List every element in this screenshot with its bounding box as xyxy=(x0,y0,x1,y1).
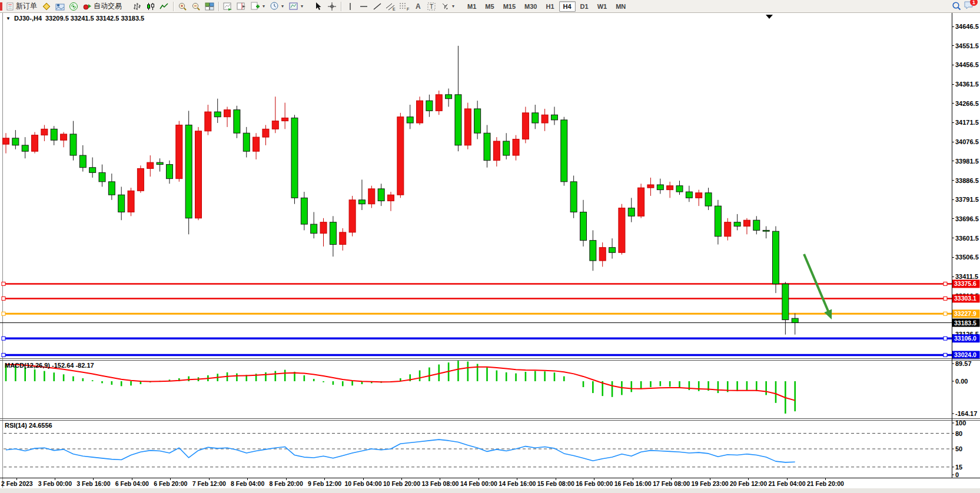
svg-text:33183.5: 33183.5 xyxy=(954,319,976,327)
text-label-tool-icon[interactable]: T xyxy=(425,1,438,12)
rsi-indicator-label: RSI(14) 24.6556 xyxy=(5,422,52,429)
svg-text:33024.0: 33024.0 xyxy=(954,351,976,358)
svg-text:15 Feb 08:00: 15 Feb 08:00 xyxy=(537,480,574,487)
svg-text:34361.5: 34361.5 xyxy=(955,81,979,88)
signals-icon[interactable] xyxy=(67,1,80,12)
line-chart-icon[interactable] xyxy=(158,1,171,12)
arrows-tool-dropdown[interactable]: ▾ xyxy=(438,1,457,12)
clipped-icon xyxy=(0,2,2,11)
toolbar-grip[interactable] xyxy=(126,2,129,11)
toolbar-grip[interactable] xyxy=(307,2,310,11)
svg-text:0: 0 xyxy=(955,471,959,478)
svg-text:33303.1: 33303.1 xyxy=(954,295,976,302)
auto-scroll-icon[interactable] xyxy=(221,1,234,12)
svg-text:A: A xyxy=(416,2,421,11)
svg-text:33886.5: 33886.5 xyxy=(955,177,979,184)
tile-windows-icon[interactable] xyxy=(203,1,216,12)
svg-text:34646.5: 34646.5 xyxy=(955,23,979,30)
svg-text:50: 50 xyxy=(955,445,962,452)
svg-text:-164.17: -164.17 xyxy=(955,410,977,417)
svg-text:8 Feb 20:00: 8 Feb 20:00 xyxy=(270,480,303,487)
text-tool-icon[interactable]: A xyxy=(411,1,424,12)
timeframe-m1[interactable]: M1 xyxy=(463,1,480,12)
svg-text:7 Feb 12:00: 7 Feb 12:00 xyxy=(192,480,226,487)
macd-indicator-label: MACD(12,26,9) -152.64 -82.17 xyxy=(5,362,94,369)
svg-text:0.00: 0.00 xyxy=(955,378,968,385)
candlestick-chart-icon[interactable] xyxy=(144,1,157,12)
svg-text:14 Feb 00:00: 14 Feb 00:00 xyxy=(460,480,497,487)
search-icon[interactable] xyxy=(950,1,963,12)
toolbar-separator xyxy=(218,2,219,11)
auto-trading-label: 自动交易 xyxy=(94,1,122,11)
svg-text:6 Feb 04:00: 6 Feb 04:00 xyxy=(115,480,149,487)
toolbar-grip[interactable] xyxy=(459,2,461,11)
svg-text:34171.5: 34171.5 xyxy=(955,119,979,126)
svg-text:89.57: 89.57 xyxy=(955,360,972,367)
gold-tag-icon[interactable] xyxy=(40,1,53,12)
svg-text:8 Feb 04:00: 8 Feb 04:00 xyxy=(231,480,264,487)
svg-text:3 Feb 16:00: 3 Feb 16:00 xyxy=(77,480,110,487)
crosshair-icon[interactable] xyxy=(325,1,338,12)
svg-text:33696.5: 33696.5 xyxy=(955,215,979,222)
svg-text:T: T xyxy=(430,4,433,10)
timeframe-mn[interactable]: MN xyxy=(612,1,630,12)
toolbar-separator xyxy=(341,2,341,11)
timeframe-h1[interactable]: H1 xyxy=(542,1,558,12)
vertical-line-tool-icon[interactable] xyxy=(344,1,357,12)
cursor-icon[interactable] xyxy=(312,1,325,12)
trendline-tool-icon[interactable] xyxy=(371,1,384,12)
chart-dropdown-caret[interactable]: ▼ xyxy=(6,16,11,21)
auto-trading-button[interactable]: 自动交易 xyxy=(81,1,124,12)
bar-chart-icon[interactable] xyxy=(131,1,144,12)
timeframe-m30[interactable]: M30 xyxy=(520,1,541,12)
new-order-label: 新订单 xyxy=(16,1,37,11)
svg-text:33375.6: 33375.6 xyxy=(954,280,976,287)
zoom-out-icon[interactable] xyxy=(190,1,202,12)
periods-dropdown[interactable]: ▾ xyxy=(268,1,286,12)
svg-text:33981.5: 33981.5 xyxy=(955,158,979,165)
svg-text:34076.5: 34076.5 xyxy=(955,138,979,145)
timeframe-h4[interactable]: H4 xyxy=(559,1,576,12)
strategy-tester-icon[interactable] xyxy=(54,1,67,12)
timeframe-w1[interactable]: W1 xyxy=(593,1,612,12)
chevron-down-icon: ▾ xyxy=(281,4,284,9)
svg-text:33227.9: 33227.9 xyxy=(954,310,976,317)
svg-text:33106.0: 33106.0 xyxy=(954,335,976,342)
svg-text:80: 80 xyxy=(955,430,962,437)
zoom-in-icon[interactable] xyxy=(176,1,189,12)
equidistant-channel-icon[interactable]: E xyxy=(384,1,397,12)
fibonacci-tool-icon[interactable]: F xyxy=(398,1,411,12)
svg-text:33411.5: 33411.5 xyxy=(955,273,978,280)
chevron-down-icon: ▾ xyxy=(263,4,265,9)
chevron-down-icon: ▾ xyxy=(301,4,303,9)
svg-text:15: 15 xyxy=(955,464,962,471)
timeframe-d1[interactable]: D1 xyxy=(576,1,593,12)
horizontal-line-tool-icon[interactable] xyxy=(357,1,370,12)
notifications-chat-button[interactable]: 1 xyxy=(964,1,974,12)
notification-badge: 1 xyxy=(970,0,978,6)
svg-text:34266.5: 34266.5 xyxy=(955,100,979,107)
svg-text:17 Feb 08:00: 17 Feb 08:00 xyxy=(653,480,690,487)
timeframe-m15[interactable]: M15 xyxy=(499,1,520,12)
svg-text:10 Feb 20:00: 10 Feb 20:00 xyxy=(383,480,420,487)
chart-shift-icon[interactable] xyxy=(235,1,248,12)
chart-ohlc-values: 33209.5 33241.5 33142.5 33183.5 xyxy=(45,15,144,22)
timeframe-m5[interactable]: M5 xyxy=(481,1,498,12)
new-chart-dropdown[interactable]: ▾ xyxy=(248,1,267,12)
svg-text:14 Feb 16:00: 14 Feb 16:00 xyxy=(499,480,536,487)
toolbar-separator xyxy=(173,2,174,11)
svg-text:33601.5: 33601.5 xyxy=(955,235,979,242)
svg-text:2 Feb 2023: 2 Feb 2023 xyxy=(1,480,33,487)
svg-text:10 Feb 04:00: 10 Feb 04:00 xyxy=(345,480,382,487)
svg-text:33791.5: 33791.5 xyxy=(955,196,979,203)
svg-text:100: 100 xyxy=(955,419,966,427)
svg-text:34551.5: 34551.5 xyxy=(955,42,979,49)
svg-text:34456.5: 34456.5 xyxy=(955,61,979,68)
svg-text:21 Feb 04:00: 21 Feb 04:00 xyxy=(768,480,805,487)
new-order-button[interactable]: 新订单 xyxy=(4,1,39,12)
price-chart[interactable]: 34646.534551.534456.534361.534266.534171… xyxy=(0,0,980,493)
svg-text:33506.5: 33506.5 xyxy=(955,254,979,261)
templates-dropdown[interactable]: ▾ xyxy=(287,1,305,12)
svg-text:3 Feb 00:00: 3 Feb 00:00 xyxy=(38,480,72,487)
chart-area[interactable]: 34646.534551.534456.534361.534266.534171… xyxy=(0,0,980,493)
